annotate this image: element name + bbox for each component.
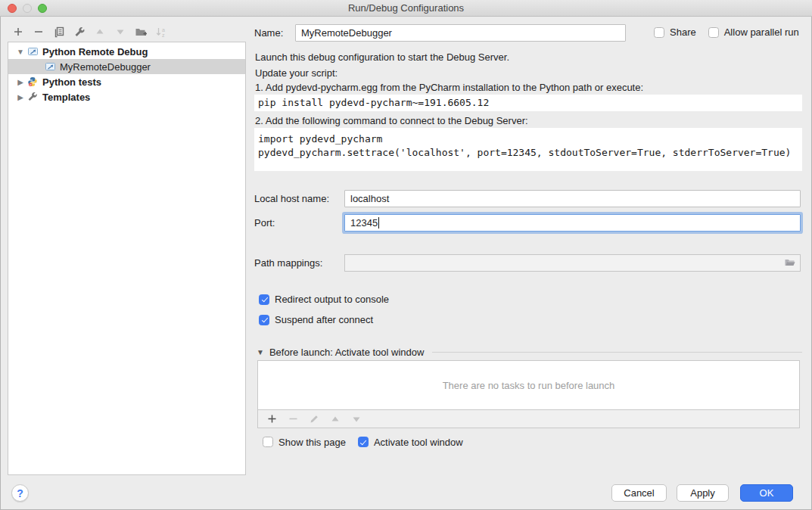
configurations-toolbar: az bbox=[12, 23, 167, 41]
svg-text:z: z bbox=[162, 33, 165, 38]
text-cursor bbox=[378, 217, 379, 229]
copy-configuration-icon[interactable] bbox=[53, 26, 65, 38]
empty-tasks-message: There are no tasks to run before launch bbox=[258, 361, 799, 409]
apply-button[interactable]: Apply bbox=[677, 484, 729, 502]
allow-parallel-run-checkbox-row: Allow parallel run bbox=[708, 26, 799, 38]
path-mappings-field[interactable] bbox=[344, 254, 801, 272]
tree-item-label: Python tests bbox=[42, 76, 101, 88]
instruction-step2: 2. Add the following command to connect … bbox=[255, 114, 528, 128]
task-toolbar bbox=[258, 409, 799, 428]
name-label: Name: bbox=[254, 27, 283, 39]
move-task-up-icon bbox=[329, 413, 341, 425]
code-line: pydevd_pycharm.settrace('localhost', por… bbox=[258, 147, 791, 158]
local-host-input[interactable] bbox=[344, 190, 801, 207]
allow-parallel-run-checkbox[interactable] bbox=[708, 27, 719, 38]
suspend-after-connect-row: Suspend after connect bbox=[259, 314, 373, 325]
tree-item-myremotedebugger[interactable]: MyRemoteDebugger bbox=[8, 59, 245, 74]
chevron-down-icon[interactable]: ▼ bbox=[16, 48, 25, 56]
activate-tool-window-row: Activate tool window bbox=[358, 437, 463, 448]
local-host-row: Local host name: bbox=[254, 190, 802, 207]
suspend-after-connect-checkbox[interactable] bbox=[259, 315, 269, 325]
svg-text:a: a bbox=[162, 26, 165, 32]
allow-parallel-run-label: Allow parallel run bbox=[724, 26, 799, 38]
redirect-output-row: Redirect output to console bbox=[259, 294, 389, 305]
port-row: Port: bbox=[254, 214, 802, 232]
folder-open-icon[interactable] bbox=[784, 257, 797, 269]
chevron-down-icon[interactable]: ▼ bbox=[257, 348, 264, 356]
before-launch-task-list: There are no tasks to run before launch bbox=[257, 360, 800, 428]
edit-task-icon bbox=[308, 413, 320, 425]
configurations-tree: ▼ Python Remote Debug MyRemoteDebugger ▶… bbox=[8, 42, 246, 475]
tree-item-python-remote-debug[interactable]: ▼ Python Remote Debug bbox=[8, 44, 245, 59]
redirect-output-label: Redirect output to console bbox=[275, 294, 389, 305]
tree-item-label: MyRemoteDebugger bbox=[60, 61, 151, 73]
share-checkbox-row: Share bbox=[654, 26, 696, 38]
configuration-editor: Name: Share Allow parallel run Launch th… bbox=[254, 17, 802, 493]
redirect-output-checkbox[interactable] bbox=[259, 294, 269, 305]
add-configuration-icon[interactable] bbox=[12, 26, 24, 38]
ok-button[interactable]: OK bbox=[740, 484, 793, 502]
remove-task-icon bbox=[287, 413, 299, 425]
tree-item-label: Templates bbox=[42, 92, 90, 103]
tree-item-python-tests[interactable]: ▶ Python tests bbox=[8, 74, 245, 89]
tree-item-label: Python Remote Debug bbox=[42, 46, 148, 58]
show-this-page-checkbox[interactable] bbox=[263, 437, 273, 447]
move-down-icon bbox=[114, 26, 126, 38]
chevron-right-icon[interactable]: ▶ bbox=[16, 78, 25, 86]
name-row: Name: Share Allow parallel run bbox=[254, 24, 802, 42]
move-up-icon bbox=[94, 26, 106, 38]
run-debug-configurations-dialog: Run/Debug Configurations az ▼ Python Rem… bbox=[0, 0, 812, 510]
port-label: Port: bbox=[254, 217, 275, 229]
help-button[interactable]: ? bbox=[11, 484, 29, 502]
help-icon: ? bbox=[17, 487, 23, 499]
remote-debug-icon bbox=[45, 61, 56, 72]
sort-configurations-icon: az bbox=[155, 26, 167, 38]
move-task-down-icon bbox=[350, 413, 362, 425]
share-label: Share bbox=[670, 26, 696, 38]
activate-tool-window-label: Activate tool window bbox=[374, 437, 463, 448]
name-input[interactable] bbox=[295, 24, 626, 42]
suspend-after-connect-label: Suspend after connect bbox=[275, 314, 373, 325]
show-this-page-label: Show this page bbox=[278, 437, 346, 448]
page-options-row: Show this page Activate tool window bbox=[263, 435, 463, 449]
edit-templates-icon[interactable] bbox=[73, 26, 86, 38]
add-task-icon[interactable] bbox=[266, 413, 278, 425]
instruction-line: Launch this debug configuration to start… bbox=[255, 51, 509, 64]
settrace-code-block: import pydevd_pycharm pydevd_pycharm.set… bbox=[254, 128, 802, 171]
chevron-right-icon[interactable]: ▶ bbox=[16, 93, 25, 101]
activate-tool-window-checkbox[interactable] bbox=[358, 437, 369, 447]
pip-install-command: pip install pydevd-pycharm~=191.6605.12 bbox=[254, 95, 802, 111]
code-line: import pydevd_pycharm bbox=[258, 133, 382, 145]
instruction-line: Update your script: bbox=[255, 67, 338, 80]
create-folder-icon[interactable] bbox=[135, 26, 147, 38]
local-host-label: Local host name: bbox=[254, 193, 329, 204]
share-checkbox[interactable] bbox=[654, 27, 664, 38]
python-icon bbox=[27, 76, 39, 87]
instruction-step1: 1. Add pydevd-pycharm.egg from the PyCha… bbox=[255, 81, 643, 95]
show-this-page-row: Show this page bbox=[263, 437, 346, 448]
before-launch-title: Before launch: Activate tool window bbox=[269, 347, 425, 358]
wrench-icon bbox=[27, 92, 39, 102]
divider bbox=[432, 352, 802, 353]
port-input[interactable] bbox=[344, 214, 801, 232]
window-title: Run/Debug Configurations bbox=[0, 2, 812, 14]
path-mappings-row: Path mappings: bbox=[254, 254, 802, 272]
path-mappings-label: Path mappings: bbox=[254, 257, 322, 269]
titlebar: Run/Debug Configurations bbox=[0, 0, 812, 17]
remove-configuration-icon[interactable] bbox=[33, 26, 45, 38]
before-launch-header[interactable]: ▼ Before launch: Activate tool window bbox=[257, 346, 802, 358]
tree-item-templates[interactable]: ▶ Templates bbox=[8, 89, 245, 104]
remote-debug-icon bbox=[27, 46, 39, 57]
cancel-button[interactable]: Cancel bbox=[611, 484, 667, 502]
